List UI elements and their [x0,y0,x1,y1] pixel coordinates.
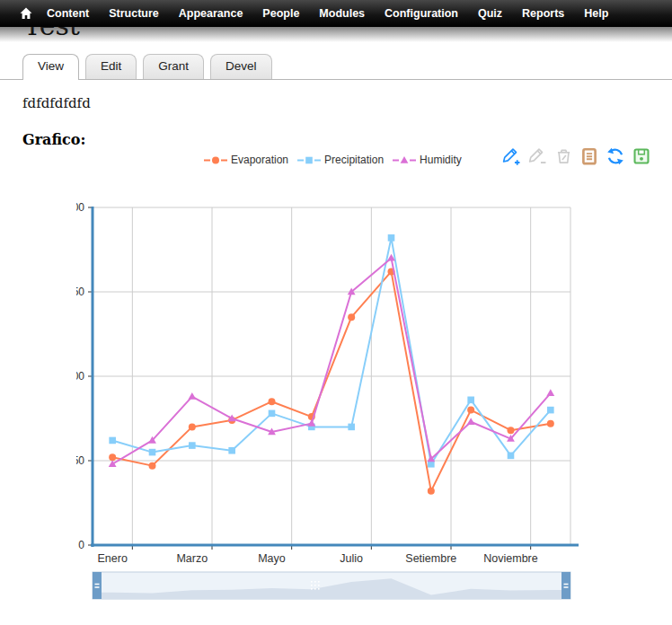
toolbar-item-help[interactable]: Help [574,7,618,20]
save-as-image-floppy-icon[interactable] [632,146,651,166]
y-axis-label: 200 [76,201,84,214]
series-line-humidity[interactable] [112,258,551,463]
node-body-text: fdfdfdfdfd [22,95,91,111]
data-view-icon[interactable] [579,146,599,166]
tab-grant[interactable]: Grant [143,54,204,79]
toolbar-item-modules[interactable]: Modules [309,7,375,20]
toolbar-item-reports[interactable]: Reports [512,7,574,20]
toolbar-item-quiz[interactable]: Quiz [468,7,512,20]
data-point-evaporation[interactable] [109,453,116,461]
tab-view[interactable]: View [22,54,79,79]
data-point-evaporation[interactable] [547,420,554,427]
data-point-precipitation[interactable] [508,453,515,460]
tab-edit[interactable]: Edit [85,54,137,79]
datazoom-move-dots [311,585,313,586]
data-point-precipitation[interactable] [228,447,235,454]
data-point-evaporation[interactable] [149,462,156,470]
legend-marker[interactable] [212,156,219,163]
precipitation-legend-icon [297,155,321,165]
data-point-precipitation[interactable] [269,410,276,418]
toolbar-item-appearance[interactable]: Appearance [169,7,253,20]
chart-legend: EvaporationPrecipitationHumidity [204,154,462,166]
data-point-humidity[interactable] [546,389,554,396]
humidity-legend-icon [393,155,416,165]
legend-item-humidity[interactable]: Humidity [393,154,462,166]
legend-item-precipitation[interactable]: Precipitation [297,154,384,166]
data-point-evaporation[interactable] [467,407,474,414]
legend-label: Precipitation [324,154,384,166]
primary-tabs: ViewEditGrantDevel [22,54,672,79]
legend-label: Humidity [420,154,462,166]
data-point-evaporation[interactable] [428,488,435,495]
restore-refresh-icon[interactable] [606,146,625,166]
admin-toolbar: ContentStructureAppearancePeopleModulesC… [0,0,672,27]
x-axis-label: Mayo [258,552,286,565]
x-axis-label: Enero [97,552,127,565]
datazoom-move-dots [311,588,313,590]
toolbar-item-people[interactable]: People [252,7,309,20]
data-point-precipitation[interactable] [547,407,554,414]
datazoom-move-dots [311,581,313,583]
datazoom-move-dots [314,588,316,590]
datazoom-move-dots [318,581,320,583]
chart-toolbox [501,146,651,166]
series-line-precipitation[interactable] [112,238,551,464]
data-point-precipitation[interactable] [149,449,156,456]
x-axis-label: Marzo [176,552,208,565]
home-icon-glyph [20,7,32,20]
data-point-evaporation[interactable] [269,398,276,405]
data-point-humidity[interactable] [307,419,315,427]
toolbar-item-structure[interactable]: Structure [99,7,169,20]
chart-canvas[interactable]: 050100150200EneroMarzoMayoJulioSetiembre… [76,144,669,605]
data-point-evaporation[interactable] [508,427,515,434]
y-axis-label: 100 [76,370,84,383]
series-line-evaporation[interactable] [112,271,551,490]
datazoom-move-dots [318,585,320,586]
data-point-precipitation[interactable] [348,424,355,431]
admin-menu: ContentStructureAppearancePeopleModulesC… [37,7,618,20]
unmark-line-icon[interactable] [527,146,547,166]
mark-line-icon[interactable] [501,146,521,166]
data-point-precipitation[interactable] [109,437,116,445]
x-axis-label: Noviembre [483,552,537,565]
legend-label: Evaporation [231,154,288,166]
chart-container: EvaporationPrecipitationHumidity [76,144,669,605]
data-point-humidity[interactable] [467,418,475,425]
datazoom-handle-right[interactable] [561,572,570,599]
home-icon[interactable] [20,7,32,20]
clear-marks-trash-icon[interactable] [553,146,573,166]
toolbar-item-configuration[interactable]: Configuration [375,7,468,20]
y-axis-label: 150 [76,286,84,298]
legend-marker[interactable] [305,156,313,163]
tab-devel[interactable]: Devel [210,54,272,79]
evaporation-legend-icon [204,155,227,165]
y-axis-label: 0 [78,539,84,551]
datazoom-move-dots [314,585,316,586]
data-point-evaporation[interactable] [189,423,196,430]
legend-item-evaporation[interactable]: Evaporation [204,154,288,166]
data-point-precipitation[interactable] [467,397,474,404]
toolbar-shadow [0,27,672,42]
datazoom-move-dots [314,581,316,583]
data-point-humidity[interactable] [188,392,196,400]
datazoom-move-dots [318,588,320,590]
datazoom-handle-left[interactable] [93,572,102,599]
x-axis-label: Setiembre [405,552,456,565]
tabs-bar: ViewEditGrantDevel [0,54,672,80]
x-axis-label: Julio [340,552,363,565]
data-point-precipitation[interactable] [388,234,395,242]
toolbar-item-content[interactable]: Content [37,7,99,20]
data-point-precipitation[interactable] [189,442,196,449]
legend-marker[interactable] [401,155,409,163]
data-point-evaporation[interactable] [348,313,355,321]
y-axis-label: 50 [76,454,84,467]
